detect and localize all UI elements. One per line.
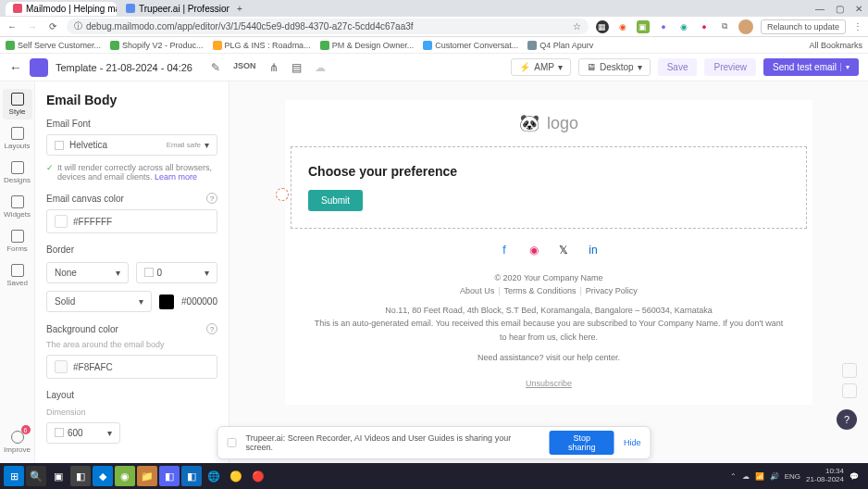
bookmark-star-icon[interactable]: ☆	[573, 21, 581, 31]
chevron-down-icon[interactable]: ▾	[840, 63, 849, 71]
border-color-swatch[interactable]	[159, 295, 174, 309]
template-title[interactable]: Template - 21-08-2024 - 04:26	[56, 62, 192, 73]
back-icon[interactable]: ←	[6, 21, 19, 31]
taskbar-app-icon[interactable]: 📁	[137, 466, 157, 486]
bookmark-item[interactable]: Shopify V2 - Produc...	[110, 41, 204, 50]
bg-color-input[interactable]: #F8FAFC	[46, 355, 217, 379]
nav-item-improve[interactable]: 6 Improve	[3, 427, 32, 458]
taskbar-app-icon[interactable]: 🔴	[248, 466, 268, 486]
help-icon[interactable]: ?	[206, 193, 217, 204]
all-bookmarks-link[interactable]: All Bookmarks	[809, 41, 862, 50]
stop-sharing-button[interactable]: Stop sharing	[550, 431, 614, 455]
code-icon[interactable]: JSON	[233, 61, 256, 74]
extension-icon[interactable]: ▦	[596, 20, 609, 33]
tray-clock[interactable]: 10:34 21-08-2024	[806, 468, 844, 484]
search-icon[interactable]: 🔍	[26, 466, 46, 486]
relaunch-button[interactable]: Relaunch to update	[761, 19, 846, 34]
social-block[interactable]: f ◉ 𝕏 in	[285, 229, 812, 271]
bookmark-item[interactable]: PLG & INS : Roadma...	[213, 41, 311, 50]
taskbar-app-icon[interactable]: 🟡	[226, 466, 246, 486]
footer-link[interactable]: About Us	[460, 284, 494, 297]
nav-item-layouts[interactable]: Layouts	[3, 123, 32, 154]
taskbar-app-icon[interactable]: ◧	[70, 466, 91, 486]
bookmark-item[interactable]: PM & Design Owner...	[320, 41, 415, 50]
tray-cloud-icon[interactable]: ☁	[742, 472, 750, 481]
back-arrow-icon[interactable]: ←	[9, 60, 22, 75]
send-test-email-button[interactable]: Send test email▾	[763, 58, 859, 76]
linkedin-icon[interactable]: in	[587, 244, 600, 257]
device-dropdown[interactable]: 🖥 Desktop ▾	[578, 58, 651, 76]
nav-item-saved[interactable]: Saved	[3, 260, 32, 291]
dimension-dropdown[interactable]: 600▾	[46, 422, 120, 444]
browser-tab-active[interactable]: Mailmodo | Helping marketer... ×	[6, 2, 117, 16]
redo-icon[interactable]	[842, 383, 857, 398]
nav-item-widgets[interactable]: Widgets	[3, 192, 32, 222]
notifications-icon[interactable]: 💬	[849, 472, 859, 481]
footer-link[interactable]: Terms & Conditions	[503, 284, 576, 297]
tray-volume-icon[interactable]: 🔊	[770, 472, 779, 481]
close-window-icon[interactable]: ✕	[855, 4, 862, 14]
border-line-dropdown[interactable]: Solid▾	[46, 291, 152, 312]
twitter-x-icon[interactable]: 𝕏	[557, 244, 570, 257]
help-icon[interactable]: ?	[206, 323, 217, 334]
taskbar-app-icon[interactable]: ◉	[115, 466, 135, 486]
taskbar-app-icon[interactable]: ◧	[181, 466, 202, 486]
extension-icon[interactable]: ◉	[677, 20, 690, 33]
nav-item-forms[interactable]: Forms	[3, 226, 32, 257]
save-template-icon[interactable]: ▤	[291, 61, 302, 74]
facebook-icon[interactable]: f	[498, 244, 511, 257]
share-icon[interactable]: ⋔	[269, 61, 279, 74]
edit-icon[interactable]: ✎	[211, 61, 220, 74]
new-tab-button[interactable]: +	[231, 4, 248, 14]
address-bar[interactable]: ⓘ debug.mailmodo.com/app/editor/v3/1/544…	[67, 19, 589, 34]
maximize-icon[interactable]: ▢	[836, 4, 844, 14]
taskbar-app-icon[interactable]: ◆	[93, 466, 113, 486]
footer-block[interactable]: © 2020 Your Company Name About Us| Terms…	[285, 271, 812, 373]
system-tray[interactable]: ⌃ ☁ 📶 🔊 ENG 10:34 21-08-2024 💬	[730, 468, 864, 484]
forward-icon[interactable]: →	[26, 21, 39, 31]
submit-button[interactable]: Submit	[308, 190, 363, 211]
bookmark-item[interactable]: Self Serve Customer...	[6, 41, 101, 50]
extension-icon[interactable]: ●	[698, 20, 711, 33]
border-width-dropdown[interactable]: 0▾	[136, 262, 218, 283]
canvas-color-input[interactable]: #FFFFFF	[46, 209, 217, 233]
browser-tab[interactable]: Trupeer.ai | Professional Vide... ×	[118, 2, 229, 16]
browser-menu-icon[interactable]: ⋮	[853, 21, 862, 31]
preview-button[interactable]: Preview	[704, 58, 756, 76]
email-canvas[interactable]: 🐼 logo Choose your preference Submit f ◉…	[229, 82, 868, 463]
minimize-icon[interactable]: —	[815, 4, 825, 14]
extension-icon[interactable]: ▣	[637, 20, 650, 33]
tray-wifi-icon[interactable]: 📶	[755, 472, 764, 481]
taskbar-app-icon[interactable]: ◧	[159, 466, 180, 486]
app-logo[interactable]	[30, 58, 48, 77]
save-button[interactable]: Save	[658, 58, 698, 76]
tray-chevron-icon[interactable]: ⌃	[730, 472, 737, 481]
task-view-icon[interactable]: ▣	[48, 466, 68, 486]
reload-icon[interactable]: ⟳	[46, 21, 59, 31]
bookmark-item[interactable]: Customer Conversat...	[423, 41, 518, 50]
drag-handle-icon[interactable]	[276, 188, 289, 201]
font-dropdown[interactable]: Helvetica Email safe▾	[46, 134, 217, 156]
start-button[interactable]: ⊞	[4, 466, 24, 486]
extension-icon[interactable]: ●	[657, 20, 670, 33]
cloud-icon[interactable]: ☁	[315, 61, 326, 74]
unsubscribe-link[interactable]: Unsubscribe	[285, 373, 812, 405]
logo-block[interactable]: 🐼 logo	[285, 100, 812, 146]
bookmark-item[interactable]: Q4 Plan Apurv	[527, 41, 593, 50]
profile-avatar-icon[interactable]	[738, 19, 753, 34]
border-style-dropdown[interactable]: None▾	[46, 262, 129, 283]
amp-dropdown[interactable]: ⚡ AMP ▾	[511, 58, 571, 76]
hide-link[interactable]: Hide	[624, 438, 641, 447]
help-fab-icon[interactable]: ?	[837, 409, 857, 430]
extension-icon[interactable]: ◉	[616, 20, 629, 33]
extensions-puzzle-icon[interactable]: ⧉	[718, 20, 731, 33]
nav-item-style[interactable]: Style	[3, 89, 32, 119]
tray-language[interactable]: ENG	[785, 472, 800, 481]
footer-link[interactable]: Privacy Policy	[586, 284, 638, 297]
site-info-icon[interactable]: ⓘ	[74, 20, 82, 32]
preference-block[interactable]: Choose your preference Submit	[291, 146, 807, 229]
undo-icon[interactable]	[842, 363, 857, 378]
learn-more-link[interactable]: Learn more	[155, 172, 197, 182]
instagram-icon[interactable]: ◉	[527, 244, 540, 257]
taskbar-app-icon[interactable]: 🌐	[204, 466, 224, 486]
